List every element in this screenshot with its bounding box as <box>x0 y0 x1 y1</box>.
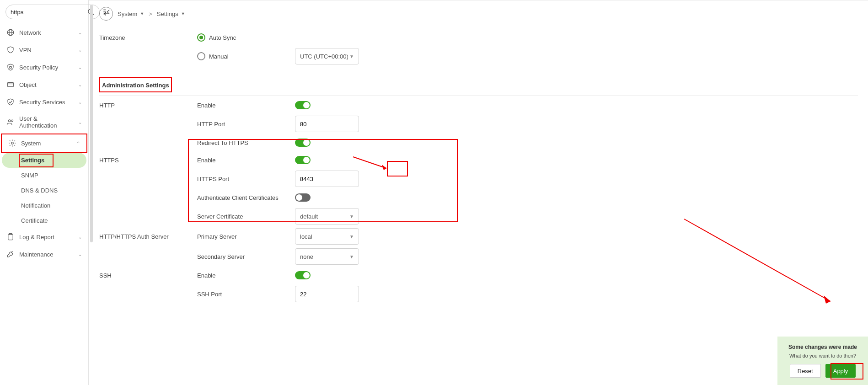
sidebar-item-label: Certificate <box>21 217 48 224</box>
radio-label: Manual <box>209 53 229 60</box>
shield-check-icon <box>6 98 15 106</box>
search-box[interactable] <box>5 5 100 19</box>
sidebar-sub-notification[interactable]: Notification <box>2 198 86 213</box>
clipboard-icon <box>6 233 15 241</box>
timezone-label: Timezone <box>99 34 197 41</box>
sidebar-sub-certificate[interactable]: Certificate <box>2 213 86 228</box>
breadcrumb: System ▼ > Settings ▼ <box>89 0 868 27</box>
sidebar-item-user-auth[interactable]: User & Authentication ⌄ <box>0 111 88 134</box>
svg-rect-8 <box>10 67 12 69</box>
select-value: none <box>300 253 313 260</box>
sidebar-sub-settings[interactable]: Settings <box>2 153 86 168</box>
shield-vpn-icon <box>6 46 15 54</box>
annotation-box-https-port <box>387 161 408 176</box>
sidebar-item-label: User & Authentication <box>19 115 74 129</box>
sidebar-item-label: Notification <box>21 202 50 209</box>
auth-server-label: HTTP/HTTPS Auth Server <box>99 233 197 240</box>
main-content: System ▼ > Settings ▼ Timezone Auto Sync… <box>89 0 868 359</box>
users-icon <box>6 118 15 126</box>
chevron-down-icon: ⌄ <box>78 235 82 240</box>
http-enable-label: Enable <box>197 102 295 109</box>
toast-title: Some changes were made <box>784 344 862 350</box>
chevron-down-icon: ⌄ <box>78 100 82 105</box>
search-input[interactable] <box>11 9 87 16</box>
primary-server-label: Primary Server <box>197 233 295 240</box>
ssh-label: SSH <box>99 272 197 279</box>
http-enable-toggle[interactable] <box>295 101 311 109</box>
secondary-server-label: Secondary Server <box>197 253 295 260</box>
caret-down-icon: ▼ <box>349 254 354 259</box>
sidebar-item-label: Security Services <box>19 99 65 106</box>
sidebar-item-object[interactable]: Object ⌄ <box>0 76 88 93</box>
breadcrumb-system[interactable]: System ▼ <box>118 11 144 17</box>
changes-toast: Some changes were made What do you want … <box>777 337 868 359</box>
ssh-enable-toggle[interactable] <box>295 271 311 279</box>
gear-icon <box>8 139 16 147</box>
ssh-port-input[interactable] <box>295 286 359 302</box>
http-port-label: HTTP Port <box>197 121 295 128</box>
svg-rect-9 <box>7 83 14 87</box>
chevron-down-icon: ⌄ <box>78 48 82 53</box>
sidebar-item-security-policy[interactable]: Security Policy ⌄ <box>0 59 88 76</box>
sidebar-item-label: Security Policy <box>19 64 58 71</box>
sidebar-item-label: SNMP <box>21 172 38 179</box>
ssh-enable-label: Enable <box>197 272 295 279</box>
sidebar-item-label: System <box>21 140 41 147</box>
administration-settings-heading: Administration Settings <box>99 77 172 92</box>
annotation-box <box>19 154 54 167</box>
sidebar: Network ⌄ VPN ⌄ Security Policy ⌄ Object… <box>0 0 89 359</box>
select-value: UTC (UTC+00:00) <box>300 53 348 60</box>
sidebar-item-maintenance[interactable]: Maintenance ⌄ <box>0 246 88 263</box>
https-label: HTTPS <box>99 157 197 164</box>
chevron-down-icon: ⌄ <box>78 82 82 87</box>
svg-point-13 <box>11 142 14 144</box>
primary-server-select[interactable]: local ▼ <box>295 228 359 245</box>
sidebar-item-label: Log & Report <box>19 234 54 241</box>
chevron-down-icon: ⌄ <box>78 65 82 70</box>
sidebar-item-label: DNS & DDNS <box>21 187 58 194</box>
object-icon <box>6 80 15 89</box>
security-policy-icon <box>6 63 15 71</box>
back-button[interactable] <box>99 7 113 21</box>
sidebar-item-label: VPN <box>19 47 32 53</box>
sidebar-item-label: Object <box>19 81 37 88</box>
http-port-input[interactable] <box>295 116 359 132</box>
timezone-auto-radio[interactable]: Auto Sync <box>197 33 295 42</box>
wrench-icon <box>6 250 15 258</box>
annotation-box-https <box>188 139 458 222</box>
timezone-manual-radio[interactable]: Manual <box>197 52 295 60</box>
breadcrumb-settings[interactable]: Settings ▼ <box>157 11 185 17</box>
sidebar-item-label: Network <box>19 29 41 36</box>
timezone-select[interactable]: UTC (UTC+00:00) ▼ <box>295 48 359 64</box>
breadcrumb-label: System <box>118 11 137 17</box>
sidebar-sub-dns-ddns[interactable]: DNS & DDNS <box>2 183 86 198</box>
sidebar-item-system[interactable]: System ⌃ <box>1 134 87 153</box>
caret-down-icon: ▼ <box>349 234 354 239</box>
radio-label: Auto Sync <box>209 34 236 41</box>
sidebar-item-network[interactable]: Network ⌄ <box>0 24 88 41</box>
ssh-port-label: SSH Port <box>197 291 295 298</box>
sidebar-item-security-services[interactable]: Security Services ⌄ <box>0 93 88 111</box>
svg-point-11 <box>9 120 11 122</box>
sidebar-item-label: Maintenance <box>19 251 53 258</box>
toast-subtitle: What do you want to do then? <box>784 353 862 358</box>
caret-down-icon: ▼ <box>181 11 185 16</box>
http-label: HTTP <box>99 102 197 109</box>
sidebar-sub-snmp[interactable]: SNMP <box>2 168 86 183</box>
caret-down-icon: ▼ <box>349 54 354 59</box>
sidebar-item-log-report[interactable]: Log & Report ⌄ <box>0 228 88 246</box>
sidebar-item-vpn[interactable]: VPN ⌄ <box>0 41 88 59</box>
chevron-down-icon: ⌄ <box>78 30 82 35</box>
secondary-server-select[interactable]: none ▼ <box>295 248 359 265</box>
select-value: local <box>300 233 312 240</box>
caret-down-icon: ▼ <box>140 11 144 16</box>
breadcrumb-label: Settings <box>157 11 178 17</box>
breadcrumb-separator: > <box>149 11 152 17</box>
chevron-down-icon: ⌄ <box>78 120 82 125</box>
chevron-down-icon: ⌄ <box>78 252 82 257</box>
chevron-up-icon: ⌃ <box>76 141 80 146</box>
globe-icon <box>6 28 15 37</box>
svg-point-12 <box>11 120 13 122</box>
